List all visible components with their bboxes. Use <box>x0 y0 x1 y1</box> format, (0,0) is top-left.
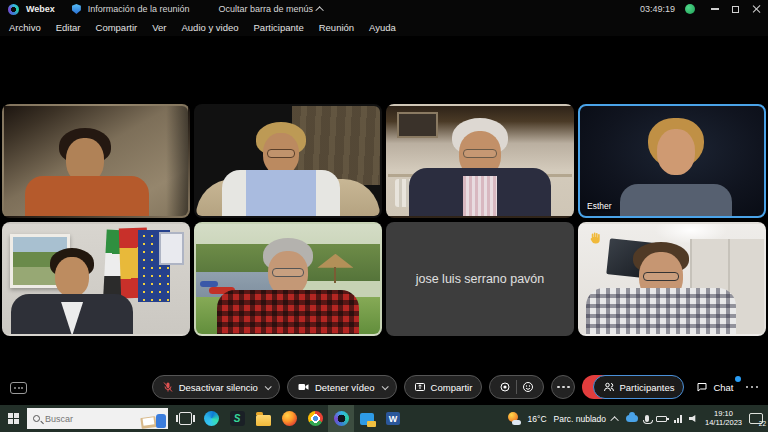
chevron-up-icon <box>315 6 323 14</box>
maximize-icon[interactable] <box>732 6 739 13</box>
notification-center-icon[interactable]: 22 <box>749 413 763 424</box>
onedrive-icon[interactable] <box>626 415 638 422</box>
menu-audio-video[interactable]: Audio y video <box>181 22 238 33</box>
hide-menubar-label: Ocultar barra de menús <box>218 4 313 14</box>
menu-participante[interactable]: Participante <box>254 22 304 33</box>
video-grid: Esther jose lu <box>2 104 766 336</box>
weather-temp[interactable]: 16°C <box>528 414 547 424</box>
start-button[interactable] <box>0 405 27 432</box>
firefox-icon <box>282 411 297 426</box>
microphone-tray-icon[interactable] <box>645 415 649 422</box>
search-doodle-graphic <box>141 409 167 429</box>
glasses <box>267 149 295 158</box>
panel-controls: Participantes Chat <box>593 375 759 399</box>
participant-name-label: Esther <box>587 201 612 211</box>
meeting-timer: 03:49:19 <box>640 4 675 14</box>
word-button[interactable]: W <box>380 405 406 432</box>
windows-logo-icon <box>8 413 20 425</box>
menu-editar[interactable]: Editar <box>56 22 81 33</box>
chat-label: Chat <box>713 382 733 393</box>
network-signal-icon[interactable] <box>674 415 682 423</box>
more-options-button[interactable] <box>551 375 575 399</box>
video-tile-6[interactable] <box>194 222 382 336</box>
firefox-button[interactable] <box>276 405 302 432</box>
stop-video-button[interactable]: Detener vídeo <box>287 375 397 399</box>
menu-compartir[interactable]: Compartir <box>96 22 138 33</box>
windows-taskbar: S W 16°C Parc. nublado 19:10 14/11/2023 … <box>0 405 768 432</box>
mic-muted-icon <box>162 381 174 393</box>
search-input[interactable] <box>45 414 115 424</box>
mail-icon <box>360 413 374 425</box>
menu-ayuda[interactable]: Ayuda <box>369 22 396 33</box>
connection-status-icon <box>685 4 695 14</box>
meeting-info-icon[interactable] <box>72 4 81 14</box>
word-icon: W <box>386 412 400 425</box>
unmute-button[interactable]: Desactivar silencio <box>152 375 280 399</box>
phone-link-icon: S <box>230 411 245 426</box>
share-button[interactable]: Compartir <box>404 375 483 399</box>
phone-link-button[interactable]: S <box>224 405 250 432</box>
task-view-button[interactable] <box>172 405 198 432</box>
titlebar-left: Webex Información de la reunión Ocultar … <box>8 4 324 15</box>
window-controls <box>711 5 760 13</box>
video-tile-8[interactable] <box>578 222 766 336</box>
record-reactions-group <box>489 375 544 399</box>
meeting-info-label[interactable]: Información de la reunión <box>88 4 190 14</box>
taskbar-search[interactable] <box>27 408 168 429</box>
video-tile-2[interactable] <box>194 104 382 218</box>
weather-icon[interactable] <box>507 412 521 425</box>
tray-expand-icon[interactable] <box>610 416 618 424</box>
video-tile-1[interactable] <box>2 104 190 218</box>
webex-titlebar: Webex Información de la reunión Ocultar … <box>0 0 768 18</box>
record-icon[interactable] <box>499 381 511 393</box>
edge-button[interactable] <box>198 405 224 432</box>
chat-icon <box>696 381 708 393</box>
share-label: Compartir <box>431 382 473 393</box>
participants-label: Participantes <box>620 382 675 393</box>
video-tile-camera-off[interactable]: jose luis serrano pavón <box>386 222 574 336</box>
chevron-down-icon[interactable] <box>381 383 388 390</box>
reactions-icon[interactable] <box>522 381 534 393</box>
taskbar-apps: S W <box>172 405 406 432</box>
chevron-down-icon[interactable] <box>265 383 272 390</box>
app-name: Webex <box>26 4 55 14</box>
chat-button[interactable]: Chat <box>696 381 733 393</box>
glasses <box>643 272 679 281</box>
chrome-icon <box>308 411 323 426</box>
screen: Webex Información de la reunión Ocultar … <box>0 0 768 432</box>
stop-video-label: Detener vídeo <box>315 382 375 393</box>
task-view-icon <box>179 412 192 425</box>
video-tile-esther[interactable]: Esther <box>578 104 766 218</box>
taskbar-clock[interactable]: 19:10 14/11/2023 <box>705 410 742 427</box>
file-explorer-button[interactable] <box>250 405 276 432</box>
webex-taskbar-button[interactable] <box>328 405 354 432</box>
menu-ver[interactable]: Ver <box>152 22 166 33</box>
weather-condition[interactable]: Parc. nublado <box>554 414 606 424</box>
hide-menubar-button[interactable]: Ocultar barra de menús <box>218 4 324 14</box>
share-screen-icon <box>414 381 426 393</box>
menu-reunion[interactable]: Reunión <box>319 22 354 33</box>
mail-button[interactable] <box>354 405 380 432</box>
unmute-label: Desactivar silencio <box>179 382 258 393</box>
speaker-icon[interactable] <box>689 415 698 423</box>
glasses <box>463 149 497 158</box>
participant-name-label: jose luis serrano pavón <box>416 272 545 286</box>
more-panels-icon[interactable] <box>746 386 759 389</box>
webex-icon <box>334 411 349 426</box>
file-explorer-icon <box>256 415 271 426</box>
video-camera-icon <box>297 381 310 393</box>
battery-icon[interactable] <box>656 416 667 422</box>
titlebar-right: 03:49:19 <box>640 4 760 14</box>
meeting-controls: Desactivar silencio Detener vídeo Compar… <box>0 373 768 399</box>
notification-badge: 22 <box>759 420 766 427</box>
edge-icon <box>204 411 219 426</box>
video-tile-5[interactable] <box>2 222 190 336</box>
clock-date: 14/11/2023 <box>705 419 742 428</box>
participants-button[interactable]: Participantes <box>593 375 685 399</box>
close-icon[interactable] <box>752 5 760 13</box>
chrome-button[interactable] <box>302 405 328 432</box>
video-tile-3[interactable] <box>386 104 574 218</box>
search-icon <box>33 415 40 422</box>
minimize-icon[interactable] <box>711 8 719 10</box>
menu-archivo[interactable]: Archivo <box>9 22 41 33</box>
